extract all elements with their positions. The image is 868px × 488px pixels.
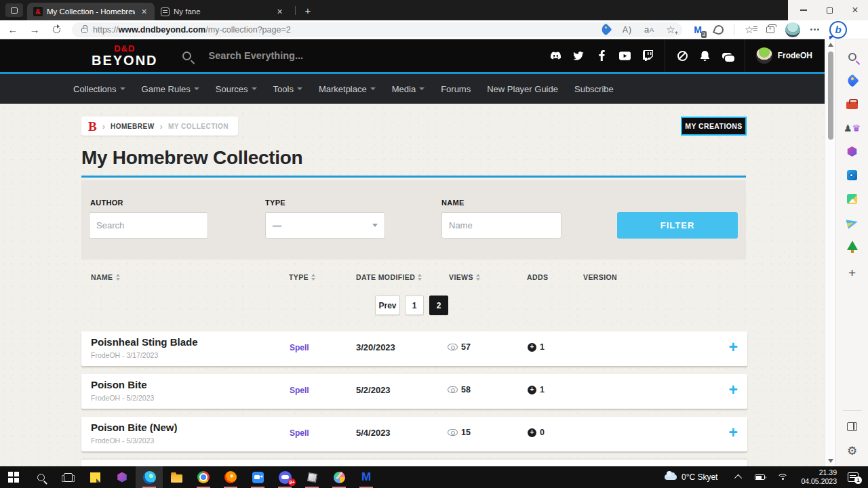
pagination-page-2-active[interactable]: 2: [429, 296, 448, 315]
name-filter-input[interactable]: [441, 212, 561, 239]
browser-tab-newtab[interactable]: Ny fane: [155, 3, 290, 20]
browser-profile-avatar[interactable]: [785, 22, 800, 37]
tab-close-icon[interactable]: [275, 7, 285, 17]
sidebar-microsoft365-button[interactable]: [836, 140, 868, 163]
filter-button[interactable]: FILTER: [617, 212, 738, 239]
sticky-notes-button[interactable]: [81, 466, 108, 488]
wifi-icon[interactable]: [777, 474, 788, 481]
notification-center-button[interactable]: 1: [848, 472, 859, 482]
favorites-button[interactable]: [743, 24, 755, 36]
weather-widget[interactable]: 0°C Skyet: [682, 472, 717, 482]
row-type-link[interactable]: Spell: [290, 428, 309, 438]
row-type-link[interactable]: Spell: [290, 343, 309, 352]
dice-roll-icon[interactable]: [677, 50, 688, 62]
page-scrollbar[interactable]: [825, 39, 835, 466]
microsoft365-button[interactable]: [108, 466, 136, 488]
column-name[interactable]: NAME: [91, 273, 120, 281]
tab-close-icon[interactable]: [139, 7, 149, 17]
task-view-button[interactable]: [54, 466, 81, 488]
window-maximize-button[interactable]: [816, 0, 842, 20]
taskbar-search-button[interactable]: [27, 466, 54, 488]
add-to-collection-button[interactable]: +: [729, 340, 738, 355]
sidebar-tools-button[interactable]: [836, 92, 868, 116]
window-minimize-button[interactable]: [791, 0, 816, 20]
user-menu[interactable]: FrodeOH: [756, 47, 812, 64]
chrome-button[interactable]: [190, 466, 217, 488]
discord-icon[interactable]: [550, 50, 561, 62]
battery-icon[interactable]: [755, 474, 765, 480]
column-date-modified[interactable]: DATE MODIFIED: [356, 273, 422, 281]
zoom-button[interactable]: [244, 466, 271, 488]
tab-actions-button[interactable]: [5, 3, 23, 17]
sidebar-outlook-button[interactable]: [836, 163, 868, 187]
sidebar-games-button[interactable]: ♟♛: [836, 116, 868, 140]
add-to-collection-button[interactable]: +: [729, 382, 738, 398]
back-button[interactable]: [4, 22, 22, 38]
discord-button[interactable]: 9+: [271, 466, 298, 488]
sidebar-tree-button[interactable]: [836, 235, 868, 258]
dndbeyond-logo[interactable]: D&D BEYOND: [92, 44, 158, 67]
start-button[interactable]: [0, 466, 27, 488]
firefox-button[interactable]: [217, 466, 244, 488]
pagination-page-1[interactable]: 1: [405, 296, 424, 315]
malwarebytes-button[interactable]: [353, 466, 380, 488]
more-options-button[interactable]: [809, 24, 820, 36]
sidebar-drop-button[interactable]: [836, 211, 868, 235]
bing-chat-button[interactable]: [829, 21, 847, 39]
window-close-button[interactable]: [842, 0, 868, 20]
row-type-link[interactable]: Spell: [290, 386, 309, 395]
nav-marketplace[interactable]: Marketplace: [319, 84, 376, 94]
type-select[interactable]: —: [265, 212, 385, 239]
add-to-collection-button[interactable]: +: [729, 425, 738, 441]
nav-subscribe[interactable]: Subscribe: [574, 84, 614, 94]
nav-tools[interactable]: Tools: [273, 84, 302, 94]
sidebar-search-button[interactable]: [836, 45, 868, 68]
column-type[interactable]: TYPE: [289, 273, 315, 281]
weather-cloud-icon[interactable]: [665, 474, 677, 480]
scroll-down-arrow[interactable]: [828, 459, 833, 463]
sidebar-panel-button[interactable]: [836, 415, 868, 439]
sidebar-image-creator-button[interactable]: [836, 187, 868, 211]
my-creations-button[interactable]: MY CREATIONS: [681, 117, 747, 136]
refresh-button[interactable]: [47, 22, 65, 38]
youtube-icon[interactable]: [619, 50, 631, 62]
nav-game-rules[interactable]: Game Rules: [142, 84, 199, 94]
site-search[interactable]: Search Everything...: [182, 50, 303, 61]
nav-forums[interactable]: Forums: [441, 84, 471, 94]
nav-collections[interactable]: Collections: [73, 84, 125, 94]
twitch-icon[interactable]: [642, 50, 654, 62]
translate-icon[interactable]: [643, 24, 655, 36]
messages-icon[interactable]: [722, 50, 733, 62]
sidebar-shopping-button[interactable]: [836, 68, 868, 92]
shopping-tag-button[interactable]: [599, 24, 612, 36]
facebook-icon[interactable]: [596, 50, 608, 62]
homebrew-name-link[interactable]: Poison Bite: [91, 379, 147, 390]
3d-viewer-button[interactable]: [298, 466, 326, 488]
pagination-prev[interactable]: Prev: [375, 296, 400, 315]
breadcrumb-homebrew-link[interactable]: HOMEBREW: [111, 123, 155, 130]
sidebar-settings-button[interactable]: [836, 439, 868, 462]
extensions-button[interactable]: [713, 24, 725, 36]
nav-sources[interactable]: Sources: [216, 84, 257, 94]
sidebar-add-button[interactable]: [836, 261, 868, 285]
browser-tab-active[interactable]: My Collection - Homebrew - D&: [27, 3, 155, 20]
homebrew-name-link[interactable]: Poisnheal Sting Blade: [91, 336, 198, 348]
forward-button[interactable]: [26, 22, 43, 38]
malwarebytes-extension-button[interactable]: 3: [692, 24, 704, 36]
author-search-input[interactable]: [89, 212, 208, 239]
scroll-up-arrow[interactable]: [828, 43, 833, 47]
add-favorite-icon[interactable]: [665, 24, 677, 36]
nav-media[interactable]: Media: [392, 84, 425, 94]
new-tab-button[interactable]: [300, 3, 315, 18]
edge-button[interactable]: [136, 466, 163, 488]
homebrew-name-link[interactable]: Poison Bite (New): [91, 422, 178, 433]
collections-button[interactable]: [764, 24, 776, 36]
paint-button[interactable]: [326, 466, 353, 488]
notifications-bell-icon[interactable]: [699, 50, 711, 62]
taskbar-clock[interactable]: 21.39 04.05.2023: [801, 468, 837, 486]
column-views[interactable]: VIEWS: [449, 273, 480, 281]
file-explorer-button[interactable]: [163, 466, 190, 488]
nav-new-player-guide[interactable]: New Player Guide: [487, 84, 558, 94]
read-aloud-icon[interactable]: [621, 24, 633, 36]
address-bar[interactable]: https://www.dndbeyond.com/my-collection?…: [72, 22, 682, 37]
